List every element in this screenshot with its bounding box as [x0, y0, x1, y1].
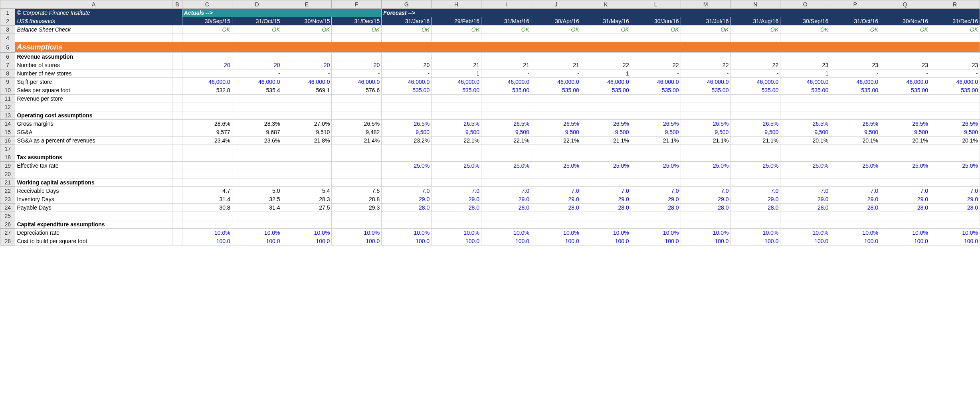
cell[interactable] [182, 220, 232, 229]
cell[interactable]: 100.0 [332, 237, 382, 246]
cell[interactable]: 535.00 [731, 86, 780, 95]
row-header[interactable]: 12 [0, 103, 15, 111]
cell[interactable]: 1 [432, 69, 481, 78]
cell[interactable] [432, 170, 481, 178]
cell[interactable] [681, 170, 731, 178]
cell[interactable]: 10.0% [332, 229, 382, 237]
cell[interactable] [481, 153, 531, 162]
cell[interactable] [332, 153, 382, 162]
cell[interactable]: 20.1% [830, 137, 880, 145]
cell[interactable]: 10.0% [432, 229, 481, 237]
cell[interactable] [432, 145, 481, 153]
cell[interactable] [531, 103, 581, 111]
row-header[interactable]: 14 [0, 120, 15, 128]
cell[interactable] [182, 69, 232, 78]
cell[interactable] [232, 111, 282, 120]
cell[interactable] [930, 153, 980, 162]
cell[interactable]: Capital expenditure assumptions [15, 220, 172, 229]
cell[interactable]: 7.0 [880, 187, 930, 195]
row-header[interactable]: 23 [0, 195, 15, 204]
cell[interactable] [880, 34, 930, 42]
row-header[interactable]: 19 [0, 162, 15, 170]
cell[interactable]: 9,500 [481, 128, 531, 137]
row[interactable]: 12 [0, 103, 980, 111]
cell[interactable] [681, 34, 731, 42]
cell[interactable]: 29.0 [731, 195, 780, 204]
cell[interactable] [382, 212, 432, 220]
cell[interactable]: 7.0 [581, 187, 631, 195]
cell[interactable] [332, 170, 382, 178]
cell[interactable]: 23 [880, 61, 930, 69]
cell[interactable]: 30/Apr/16 [531, 17, 581, 26]
cell[interactable]: 28.0 [731, 204, 780, 212]
cell[interactable]: 30/Nov/15 [282, 17, 332, 26]
cell[interactable] [232, 212, 282, 220]
cell[interactable] [182, 53, 232, 61]
cell[interactable] [172, 220, 182, 229]
cell[interactable]: 7.0 [780, 187, 830, 195]
cell[interactable]: 576.6 [332, 86, 382, 95]
cell[interactable]: 29.0 [581, 195, 631, 204]
cell[interactable] [830, 220, 880, 229]
cell[interactable] [432, 95, 481, 103]
cell[interactable]: 7.5 [332, 187, 382, 195]
cell[interactable] [631, 212, 681, 220]
cell[interactable] [172, 153, 182, 162]
cell[interactable]: 29.0 [481, 195, 531, 204]
cell[interactable]: 100.0 [880, 237, 930, 246]
cell[interactable]: 28.0 [531, 204, 581, 212]
cell[interactable]: 46,000.0 [182, 78, 232, 86]
cell[interactable]: 100.0 [631, 237, 681, 246]
cell[interactable]: 535.00 [631, 86, 681, 95]
col-header[interactable]: O [780, 0, 830, 9]
cell[interactable] [681, 145, 731, 153]
cell[interactable] [382, 145, 432, 153]
cell[interactable] [15, 170, 172, 178]
cell[interactable]: 9,500 [531, 128, 581, 137]
cell[interactable]: 29.0 [631, 195, 681, 204]
cell[interactable]: 46,000.0 [282, 78, 332, 86]
cell[interactable]: 532.8 [182, 86, 232, 95]
cell[interactable] [631, 145, 681, 153]
cell[interactable]: 46,000.0 [731, 78, 780, 86]
cell[interactable]: 21.1% [731, 137, 780, 145]
cell[interactable]: 32.5 [232, 195, 282, 204]
cell[interactable]: 26.5% [531, 120, 581, 128]
row-header[interactable]: 4 [0, 34, 15, 42]
cell[interactable]: 7.0 [432, 187, 481, 195]
cell[interactable]: 10.0% [382, 229, 432, 237]
row[interactable]: 15SG&A9,5779,6879,5109,4829,5009,5009,50… [0, 128, 980, 137]
cell[interactable] [172, 61, 182, 69]
cell[interactable] [531, 53, 581, 61]
cell[interactable] [880, 53, 930, 61]
cell[interactable] [880, 145, 930, 153]
row[interactable]: 1© Corporate Finance InstituteActuals --… [0, 9, 980, 17]
cell[interactable]: 7.0 [681, 187, 731, 195]
cell[interactable] [581, 153, 631, 162]
row-header[interactable]: 16 [0, 137, 15, 145]
cell[interactable]: 20 [182, 61, 232, 69]
cell[interactable]: 46,000.0 [432, 78, 481, 86]
cell[interactable] [232, 103, 282, 111]
cell[interactable] [481, 95, 531, 103]
cell[interactable]: 26.5% [382, 120, 432, 128]
cell[interactable]: 31/Dec/15 [332, 17, 382, 26]
cell[interactable] [830, 34, 880, 42]
cell[interactable]: - [531, 69, 581, 78]
cell[interactable]: 535.00 [531, 86, 581, 95]
cell[interactable]: Sales per square foot [15, 86, 172, 95]
cell[interactable] [780, 53, 830, 61]
cell[interactable] [930, 103, 980, 111]
cell[interactable] [830, 170, 880, 178]
cell[interactable]: 25.0% [780, 162, 830, 170]
cell[interactable] [172, 128, 182, 137]
cell[interactable] [172, 86, 182, 95]
cell[interactable] [15, 145, 172, 153]
cell[interactable]: 9,577 [182, 128, 232, 137]
cell[interactable] [880, 170, 930, 178]
row-header[interactable]: 18 [0, 153, 15, 162]
cell[interactable]: 25.0% [481, 162, 531, 170]
cell[interactable]: 46,000.0 [681, 78, 731, 86]
cell[interactable] [830, 53, 880, 61]
cell[interactable] [172, 204, 182, 212]
